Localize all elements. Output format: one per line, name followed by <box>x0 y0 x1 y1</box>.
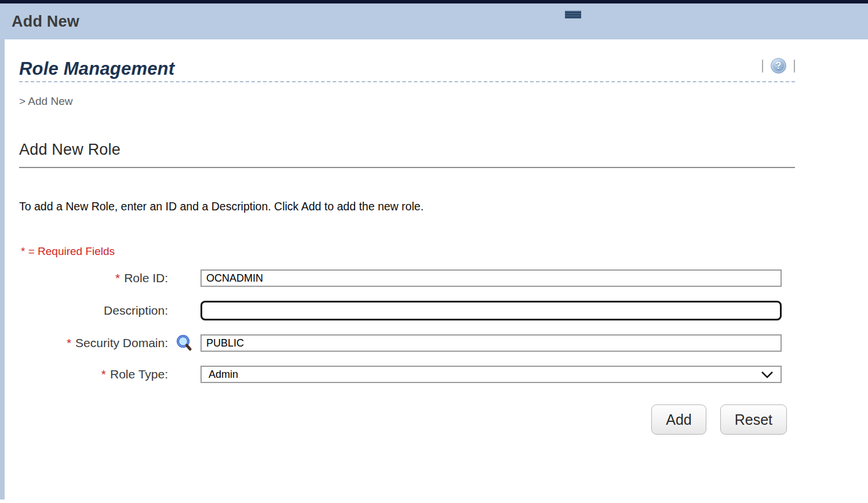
chevron-down-icon <box>761 370 774 380</box>
role-type-selected-value: Admin <box>209 369 238 381</box>
search-icon <box>176 334 192 352</box>
role-type-row: *Role Type: Admin <box>19 366 795 383</box>
role-id-row: *Role ID: <box>19 269 795 287</box>
instruction-text: To add a New Role, enter an ID and a Des… <box>19 200 795 213</box>
separator-bar <box>762 60 763 72</box>
window-header: Add New <box>0 3 868 39</box>
form-button-row: Add Reset <box>19 404 795 435</box>
add-new-role-form: *Role ID: Description: * <box>19 269 795 435</box>
role-id-label: *Role ID: <box>19 271 168 285</box>
required-marker: * <box>115 271 120 285</box>
add-button[interactable]: Add <box>651 404 706 435</box>
section-heading: Add New Role <box>19 141 795 159</box>
help-area: ? <box>762 58 795 74</box>
panel-left-border <box>0 39 5 500</box>
separator-bar <box>794 60 795 72</box>
security-domain-label: *Security Domain: <box>19 336 168 350</box>
role-type-select[interactable]: Admin <box>200 366 782 383</box>
breadcrumb: > Add New <box>19 95 795 108</box>
dashed-divider <box>19 81 795 82</box>
window-grip-icon[interactable] <box>565 10 581 19</box>
reset-button[interactable]: Reset <box>720 404 787 435</box>
security-domain-row: *Security Domain: <box>19 334 795 352</box>
page-title: Role Management <box>19 59 795 79</box>
description-input[interactable] <box>200 301 782 320</box>
page-title-row: Role Management ? <box>19 39 795 81</box>
role-type-label: *Role Type: <box>19 367 168 381</box>
help-icon-glyph: ? <box>776 61 782 71</box>
security-domain-lookup-button[interactable] <box>176 334 192 352</box>
description-row: Description: <box>19 301 795 320</box>
description-label: Description: <box>19 304 168 318</box>
content-panel: Role Management ? > Add New Add New Role… <box>0 39 868 503</box>
section-divider <box>19 167 795 168</box>
required-marker: * <box>67 336 71 349</box>
help-icon[interactable]: ? <box>771 58 786 74</box>
window-title: Add New <box>12 13 79 31</box>
required-marker: * <box>101 367 106 381</box>
security-domain-input[interactable] <box>200 334 782 352</box>
role-id-input[interactable] <box>200 269 782 287</box>
required-fields-note: * = Required Fields <box>21 245 795 258</box>
